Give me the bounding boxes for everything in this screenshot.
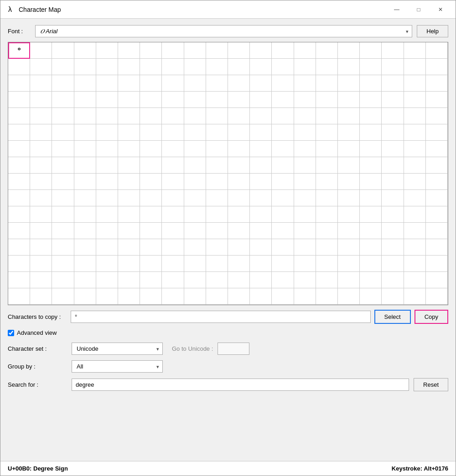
char-cell[interactable] bbox=[360, 59, 382, 75]
char-cell[interactable] bbox=[140, 239, 162, 256]
reset-button[interactable]: Reset bbox=[414, 378, 448, 391]
char-cell[interactable] bbox=[426, 42, 448, 59]
char-cell[interactable] bbox=[382, 59, 404, 75]
char-cell[interactable] bbox=[74, 174, 96, 190]
char-cell[interactable] bbox=[140, 42, 162, 59]
char-cell[interactable] bbox=[272, 223, 294, 239]
char-cell[interactable] bbox=[338, 239, 360, 256]
char-cell[interactable] bbox=[426, 59, 448, 75]
char-cell[interactable] bbox=[426, 206, 448, 223]
char-cell[interactable] bbox=[316, 239, 338, 256]
char-cell[interactable] bbox=[272, 174, 294, 190]
char-cell[interactable] bbox=[162, 42, 184, 59]
char-cell[interactable] bbox=[30, 75, 52, 92]
char-cell[interactable] bbox=[404, 75, 426, 92]
char-cell[interactable] bbox=[404, 59, 426, 75]
char-cell[interactable] bbox=[30, 288, 52, 305]
char-cell[interactable] bbox=[30, 272, 52, 288]
char-cell[interactable] bbox=[74, 272, 96, 288]
char-cell[interactable] bbox=[52, 59, 74, 75]
char-cell[interactable] bbox=[404, 256, 426, 272]
char-cell[interactable] bbox=[228, 108, 250, 124]
char-cell[interactable] bbox=[316, 223, 338, 239]
char-cell[interactable] bbox=[272, 75, 294, 92]
char-cell[interactable] bbox=[404, 206, 426, 223]
char-cell[interactable] bbox=[96, 288, 118, 305]
char-cell[interactable] bbox=[426, 75, 448, 92]
char-cell[interactable] bbox=[184, 59, 206, 75]
char-cell[interactable] bbox=[382, 108, 404, 124]
char-cell[interactable] bbox=[162, 190, 184, 206]
char-cell[interactable] bbox=[162, 124, 184, 141]
char-cell[interactable] bbox=[52, 157, 74, 174]
char-cell[interactable] bbox=[140, 157, 162, 174]
char-cell[interactable] bbox=[96, 59, 118, 75]
char-cell[interactable] bbox=[206, 272, 228, 288]
char-cell[interactable] bbox=[74, 288, 96, 305]
char-cell[interactable] bbox=[316, 75, 338, 92]
char-cell[interactable] bbox=[30, 124, 52, 141]
char-cell[interactable] bbox=[316, 288, 338, 305]
char-cell[interactable] bbox=[338, 272, 360, 288]
char-cell[interactable] bbox=[184, 239, 206, 256]
char-cell[interactable] bbox=[30, 59, 52, 75]
char-cell[interactable] bbox=[52, 124, 74, 141]
close-button[interactable]: ✕ bbox=[430, 2, 451, 17]
char-cell[interactable] bbox=[206, 75, 228, 92]
char-cell[interactable] bbox=[382, 272, 404, 288]
char-cell[interactable] bbox=[8, 59, 30, 75]
char-cell[interactable] bbox=[228, 157, 250, 174]
char-cell[interactable] bbox=[184, 174, 206, 190]
character-set-select[interactable]: Unicode Windows: Western DOS: Latin US bbox=[72, 343, 163, 355]
char-cell[interactable] bbox=[30, 239, 52, 256]
char-cell[interactable] bbox=[140, 272, 162, 288]
char-cell[interactable] bbox=[74, 190, 96, 206]
char-cell[interactable] bbox=[96, 157, 118, 174]
char-cell[interactable] bbox=[162, 256, 184, 272]
char-cell[interactable] bbox=[228, 42, 250, 59]
char-cell[interactable] bbox=[206, 206, 228, 223]
char-cell[interactable] bbox=[316, 206, 338, 223]
char-cell[interactable] bbox=[96, 42, 118, 59]
char-cell[interactable] bbox=[316, 92, 338, 108]
char-cell[interactable] bbox=[360, 92, 382, 108]
char-cell[interactable] bbox=[404, 239, 426, 256]
char-cell[interactable] bbox=[228, 75, 250, 92]
font-select[interactable]: 𝑂 Arial bbox=[35, 25, 412, 37]
char-cell[interactable] bbox=[228, 190, 250, 206]
char-cell[interactable] bbox=[272, 157, 294, 174]
char-cell[interactable] bbox=[118, 108, 140, 124]
char-cell[interactable] bbox=[52, 206, 74, 223]
char-cell[interactable] bbox=[206, 92, 228, 108]
char-cell[interactable] bbox=[140, 223, 162, 239]
char-cell[interactable] bbox=[52, 174, 74, 190]
char-cell[interactable] bbox=[52, 92, 74, 108]
char-cell[interactable] bbox=[404, 157, 426, 174]
char-cell[interactable] bbox=[74, 157, 96, 174]
char-cell[interactable] bbox=[338, 174, 360, 190]
char-cell[interactable] bbox=[426, 157, 448, 174]
help-button[interactable]: Help bbox=[417, 25, 448, 37]
char-cell[interactable] bbox=[8, 239, 30, 256]
char-cell[interactable] bbox=[338, 157, 360, 174]
char-cell[interactable] bbox=[250, 206, 272, 223]
char-cell[interactable] bbox=[250, 92, 272, 108]
search-for-input[interactable] bbox=[72, 379, 409, 391]
char-cell[interactable] bbox=[118, 206, 140, 223]
char-cell[interactable] bbox=[8, 92, 30, 108]
char-cell[interactable] bbox=[294, 92, 316, 108]
char-cell[interactable] bbox=[184, 272, 206, 288]
char-cell[interactable] bbox=[52, 190, 74, 206]
char-cell[interactable] bbox=[52, 141, 74, 157]
char-cell[interactable] bbox=[272, 59, 294, 75]
char-cell[interactable] bbox=[118, 75, 140, 92]
char-cell[interactable] bbox=[250, 141, 272, 157]
char-cell[interactable] bbox=[228, 59, 250, 75]
char-cell[interactable] bbox=[118, 141, 140, 157]
char-cell[interactable] bbox=[404, 272, 426, 288]
char-cell[interactable] bbox=[184, 108, 206, 124]
char-cell[interactable] bbox=[184, 206, 206, 223]
char-cell[interactable] bbox=[52, 108, 74, 124]
char-cell[interactable] bbox=[382, 141, 404, 157]
select-button[interactable]: Select bbox=[374, 310, 411, 324]
